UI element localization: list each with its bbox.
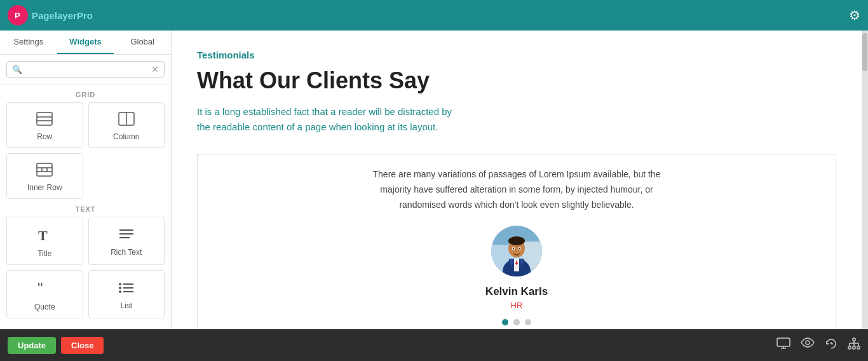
svg-point-34	[513, 247, 514, 249]
title-icon: T	[36, 226, 53, 245]
svg-rect-44	[853, 338, 855, 341]
avatar	[491, 226, 542, 276]
scrollbar[interactable]	[862, 31, 868, 329]
clear-icon[interactable]: ✕	[151, 64, 159, 74]
svg-point-41	[806, 341, 810, 344]
quote-icon: "	[36, 280, 53, 299]
widget-quote[interactable]: " Quote	[6, 270, 83, 318]
gear-icon[interactable]: ⚙	[849, 8, 860, 23]
svg-point-19	[119, 287, 121, 289]
inner-row-icon	[36, 163, 53, 179]
sidebar-content: GRID Row	[0, 85, 171, 329]
quote-label: Quote	[34, 303, 55, 311]
eye-icon[interactable]	[801, 337, 815, 353]
testimonials-section: Testimonials What Our Clients Say It is …	[172, 31, 862, 154]
dot-3[interactable]	[525, 319, 531, 325]
search-input[interactable]	[26, 65, 147, 74]
main-layout: Settings Widgets Global 🔍 ✕ GRID	[0, 31, 868, 329]
testimonial-name: Kelvin Karls	[485, 285, 548, 298]
canvas-inner: Testimonials What Our Clients Say It is …	[172, 31, 862, 329]
section-label: Testimonials	[197, 50, 836, 60]
widget-rich-text[interactable]: Rich Text	[88, 217, 165, 265]
widget-column[interactable]: Column	[88, 102, 165, 148]
widget-row[interactable]: Row	[6, 102, 83, 148]
svg-rect-38	[777, 338, 790, 346]
rich-text-label: Rich Text	[111, 248, 142, 257]
header: P PagelayerPro ⚙	[0, 0, 868, 31]
update-button[interactable]: Update	[8, 337, 56, 354]
svg-rect-46	[853, 346, 855, 349]
title-label: Title	[37, 249, 51, 258]
svg-point-17	[119, 283, 121, 285]
search-container: 🔍 ✕	[0, 55, 171, 85]
rich-text-icon	[118, 228, 135, 244]
svg-rect-45	[848, 346, 851, 349]
svg-text:T: T	[38, 228, 48, 243]
widget-inner-row[interactable]: Inner Row	[6, 153, 83, 199]
search-icon: 🔍	[12, 65, 22, 74]
logo: P PagelayerPro	[8, 5, 93, 25]
sidebar: Settings Widgets Global 🔍 ✕ GRID	[0, 31, 172, 329]
grid-section-label: GRID	[0, 85, 171, 102]
logo-icon: P	[8, 5, 28, 25]
tab-widgets[interactable]: Widgets	[57, 31, 114, 54]
tab-global[interactable]: Global	[114, 31, 171, 54]
svg-rect-7	[37, 163, 52, 176]
dot-1[interactable]	[502, 319, 508, 325]
column-label: Column	[113, 132, 139, 141]
inner-row-label: Inner Row	[27, 183, 62, 192]
text-widget-grid: T Title Rich Text	[0, 217, 171, 318]
history-icon[interactable]	[825, 337, 837, 353]
close-button[interactable]: Close	[61, 337, 104, 354]
widget-title[interactable]: T Title	[6, 217, 83, 265]
svg-text:P: P	[15, 11, 20, 20]
grid-widget-grid: Row Column	[0, 102, 171, 199]
toolbar-actions: Update Close	[8, 337, 104, 354]
row-label: Row	[37, 132, 52, 141]
canvas: Testimonials What Our Clients Say It is …	[172, 31, 862, 329]
testimonial-role: HR	[511, 301, 523, 310]
row-icon	[36, 112, 53, 128]
scrollbar-thumb[interactable]	[862, 33, 867, 71]
bottom-toolbar: Update Close	[0, 329, 868, 361]
text-section-label: TEXT	[0, 199, 171, 217]
svg-rect-47	[857, 346, 860, 349]
tab-settings[interactable]: Settings	[0, 31, 57, 54]
dot-2[interactable]	[513, 319, 520, 325]
toolbar-icons	[776, 337, 860, 353]
desktop-icon[interactable]	[776, 337, 790, 353]
testimonial-text: There are many variations of passages of…	[358, 167, 675, 212]
svg-point-31	[508, 236, 525, 245]
section-description: It is a long established fact that a rea…	[197, 104, 464, 135]
svg-point-35	[519, 247, 520, 249]
section-title: What Our Clients Say	[197, 67, 836, 94]
column-icon	[118, 112, 135, 128]
logo-text: PagelayerPro	[32, 10, 93, 21]
svg-rect-2	[37, 112, 52, 125]
sidebar-tabs: Settings Widgets Global	[0, 31, 171, 55]
search-box: 🔍 ✕	[6, 61, 165, 78]
svg-text:": "	[37, 280, 43, 296]
sitemap-icon[interactable]	[848, 337, 860, 353]
list-icon	[118, 281, 135, 297]
list-label: List	[120, 301, 132, 310]
svg-point-21	[119, 290, 121, 293]
testimonial-card: There are many variations of passages of…	[197, 154, 836, 329]
widget-list[interactable]: List	[88, 270, 165, 318]
testimonial-dots	[502, 319, 531, 325]
